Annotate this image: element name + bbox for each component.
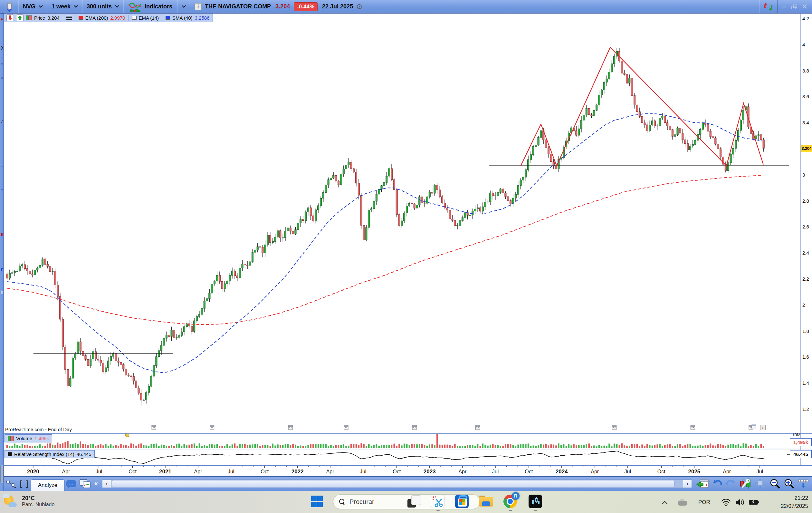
task-view-button[interactable] bbox=[407, 494, 421, 509]
tool-fragment-icon: ❯ bbox=[0, 46, 4, 49]
green-up-arrow-icon bbox=[18, 16, 22, 20]
refresh-button[interactable] bbox=[759, 0, 778, 13]
chart-scrollbar[interactable]: ‹ › bbox=[102, 480, 692, 488]
info-icon-small[interactable]: i bbox=[760, 425, 765, 430]
indicators-caret-button[interactable] bbox=[177, 0, 190, 13]
share-icon bbox=[5, 479, 17, 488]
chat-button[interactable]: … bbox=[66, 478, 76, 489]
indicators-button[interactable]: Indicators bbox=[123, 0, 177, 13]
svg-text:Apr: Apr bbox=[723, 469, 731, 474]
refresh-icon bbox=[764, 2, 773, 11]
volume-label: Volume bbox=[16, 436, 32, 441]
collapse-button[interactable]: « bbox=[94, 478, 98, 489]
symbol-dropdown[interactable]: NVG bbox=[18, 0, 47, 13]
svg-text:2020: 2020 bbox=[27, 468, 39, 475]
list-icon[interactable] bbox=[66, 16, 72, 20]
redo-button[interactable] bbox=[726, 478, 736, 489]
target-icon[interactable] bbox=[357, 4, 362, 9]
language-indicator[interactable]: POR bbox=[698, 491, 710, 513]
zoom-in-button[interactable] bbox=[784, 478, 794, 489]
chevron-down-icon bbox=[182, 4, 186, 8]
scroll-right-button[interactable]: › bbox=[683, 480, 692, 488]
svg-text:1.6: 1.6 bbox=[802, 354, 809, 360]
buy-button[interactable] bbox=[16, 15, 24, 21]
svg-text:Jul: Jul bbox=[492, 469, 499, 474]
candle-style-icon[interactable] bbox=[26, 16, 32, 20]
running-indicator bbox=[509, 510, 512, 511]
close-button[interactable]: ✕ bbox=[802, 3, 808, 10]
prorealtime-button[interactable] bbox=[528, 494, 543, 509]
chrome-icon: R bbox=[503, 495, 517, 508]
units-dropdown[interactable]: 300 units bbox=[82, 0, 123, 13]
weather-icon bbox=[3, 493, 18, 509]
scroll-left-button[interactable]: ‹ bbox=[102, 480, 111, 488]
start-button[interactable] bbox=[310, 494, 324, 509]
volume-button[interactable] bbox=[735, 491, 745, 513]
scrollbar-thumb[interactable] bbox=[112, 480, 674, 487]
svg-text:2025: 2025 bbox=[688, 468, 701, 475]
ema14-swatch[interactable] bbox=[132, 16, 137, 20]
strip-scroll-thumb[interactable] bbox=[0, 465, 4, 483]
pin-button[interactable] bbox=[0, 0, 18, 13]
weather-widget[interactable]: 20°C Parc. Nublado bbox=[3, 493, 54, 509]
svg-text:Oct: Oct bbox=[393, 469, 401, 474]
clock[interactable]: 21:22 22/07/2025 bbox=[781, 494, 808, 510]
tray-expand-button[interactable] bbox=[663, 491, 667, 513]
svg-text:2.8: 2.8 bbox=[802, 198, 809, 204]
snipping-tool-button[interactable] bbox=[431, 494, 445, 509]
undo-button[interactable] bbox=[712, 478, 722, 489]
tool-fragment-icon: ◆ bbox=[0, 18, 4, 21]
windows-logo-icon bbox=[311, 495, 323, 508]
share-button[interactable] bbox=[5, 478, 17, 489]
last-price: 3.204 bbox=[276, 3, 290, 10]
prorealtime-icon bbox=[528, 495, 542, 508]
prorealtime-window: 4.243.83.63.432.82.62.42.221.81.61.41.22… bbox=[0, 0, 812, 513]
price-label: Price bbox=[34, 15, 45, 21]
svg-text:2.2: 2.2 bbox=[802, 276, 809, 282]
chrome-button[interactable]: R bbox=[503, 494, 517, 509]
onedrive-icon bbox=[677, 499, 688, 506]
sell-button[interactable] bbox=[6, 15, 14, 21]
units-label: 300 units bbox=[87, 3, 112, 10]
left-tool-strip[interactable]: ◆ ❯ ○ ○ ╱ ─ + ▮ F ▯ ± ☆ bbox=[0, 13, 4, 491]
timeframe-dropdown[interactable]: 1 week bbox=[47, 0, 82, 13]
svg-text:Oct: Oct bbox=[658, 469, 665, 474]
periods-button[interactable] bbox=[798, 478, 809, 489]
svg-text:2021: 2021 bbox=[159, 468, 171, 475]
calendar-arrow-icon bbox=[696, 479, 709, 489]
svg-text:3.4: 3.4 bbox=[802, 120, 809, 125]
price-value: 3.204 bbox=[47, 15, 60, 21]
volume-panel-legend[interactable]: Volume 1,495k bbox=[4, 434, 52, 443]
windows-layout-button[interactable] bbox=[79, 478, 91, 489]
chrome-badge: R bbox=[512, 492, 520, 500]
file-explorer-button[interactable] bbox=[479, 494, 493, 509]
ema200-swatch[interactable] bbox=[79, 16, 83, 20]
indicators-icon bbox=[128, 2, 142, 12]
rsi-panel-legend[interactable]: Relative Strength Index (14) 46.445 bbox=[4, 450, 95, 458]
analyze-tab[interactable]: Analyze bbox=[31, 480, 65, 491]
sma40-swatch[interactable] bbox=[166, 16, 170, 20]
info-icon[interactable]: i bbox=[195, 3, 202, 10]
store-icon bbox=[455, 495, 469, 508]
minimize-button[interactable]: – bbox=[782, 3, 786, 10]
chart-settings-button[interactable] bbox=[739, 478, 751, 489]
wifi-button[interactable] bbox=[721, 491, 731, 513]
svg-text:3.6: 3.6 bbox=[802, 94, 809, 99]
undo-icon bbox=[712, 479, 722, 488]
zoom-area-button[interactable] bbox=[755, 478, 766, 489]
store-button[interactable] bbox=[455, 494, 469, 509]
scrollbar-track[interactable] bbox=[111, 480, 683, 488]
clock-time: 21:22 bbox=[781, 494, 808, 502]
candle-wrench-icon bbox=[739, 479, 751, 489]
brackets-button[interactable]: [ ] bbox=[20, 478, 29, 489]
onedrive-button[interactable] bbox=[677, 491, 688, 513]
battery-button[interactable] bbox=[749, 491, 759, 513]
price-chart[interactable]: 4.243.83.63.432.82.62.42.221.81.61.41.22… bbox=[0, 0, 812, 513]
goto-date-button[interactable] bbox=[696, 478, 709, 489]
rsi-value: 46.445 bbox=[77, 452, 91, 457]
restore-button[interactable] bbox=[791, 4, 796, 9]
tool-fragment-icon: ☆ bbox=[0, 362, 4, 365]
zoom-out-button[interactable] bbox=[770, 478, 780, 489]
volume-axis-max: 10M bbox=[792, 432, 801, 437]
task-view-icon bbox=[407, 495, 420, 508]
